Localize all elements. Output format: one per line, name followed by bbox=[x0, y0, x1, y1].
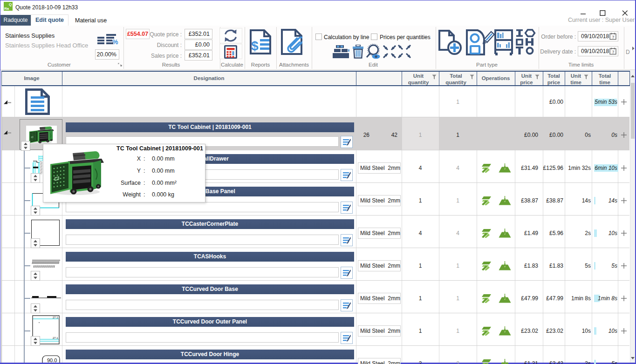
svg-text:$: $ bbox=[251, 39, 259, 53]
svg-text:7: 7 bbox=[612, 35, 614, 40]
svg-text:7: 7 bbox=[612, 50, 614, 54]
svg-text:27.1: 27.1 bbox=[53, 337, 58, 339]
svg-text:90.0: 90.0 bbox=[47, 357, 57, 363]
svg-text:Ra: Ra bbox=[4, 7, 9, 11]
svg-text:27.1: 27.1 bbox=[53, 316, 58, 319]
svg-text:%: % bbox=[112, 38, 118, 45]
svg-text:Q: Q bbox=[9, 2, 12, 7]
